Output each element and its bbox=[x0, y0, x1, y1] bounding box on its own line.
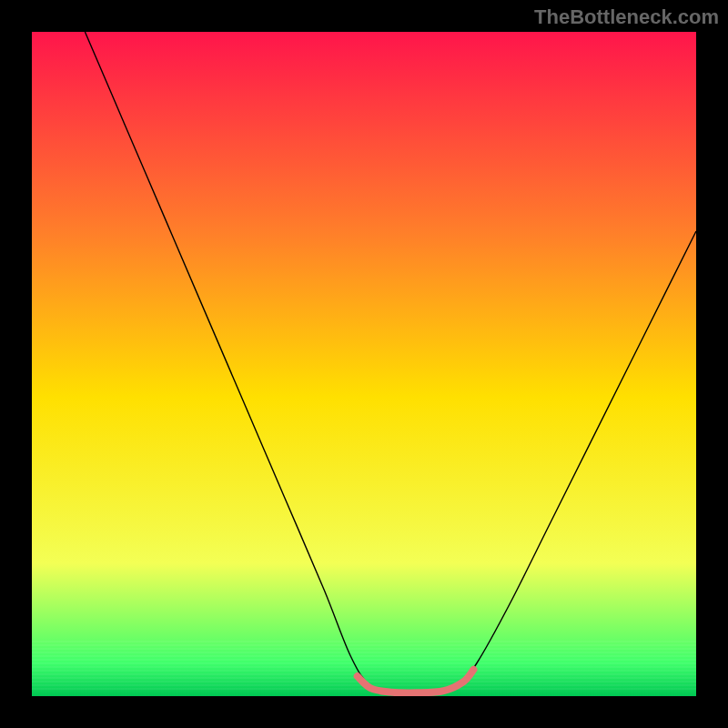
chart-plot-area bbox=[32, 32, 696, 696]
bottleneck-chart bbox=[32, 32, 696, 696]
gradient-background bbox=[32, 32, 696, 696]
watermark-text: TheBottleneck.com bbox=[534, 5, 719, 29]
